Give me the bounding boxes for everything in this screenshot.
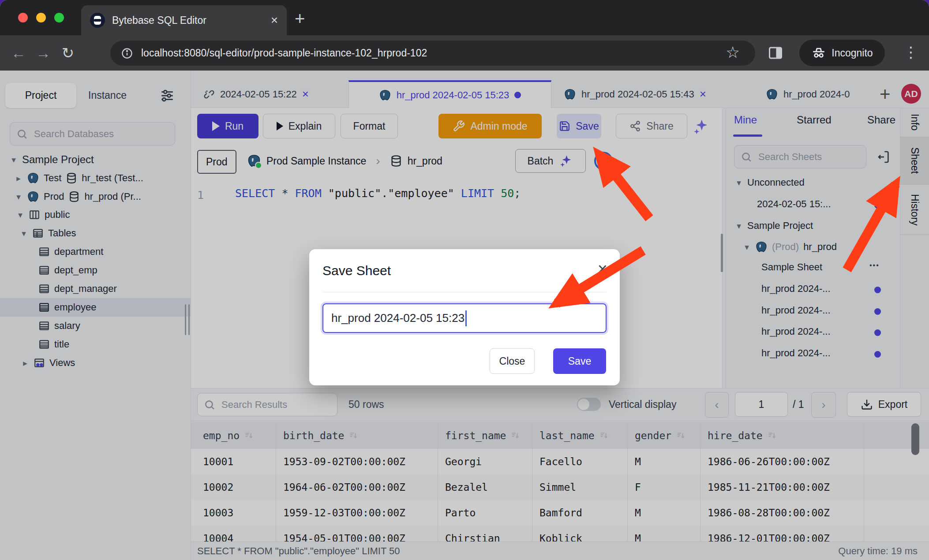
dialog-divider: [322, 292, 607, 292]
browser-url-bar: ← → ↻ localhost:8080/sql-editor/prod-sam…: [0, 35, 929, 71]
dialog-save-button[interactable]: Save: [553, 348, 606, 374]
incognito-badge: Incognito: [799, 40, 885, 66]
browser-menu-icon[interactable]: ⋮: [903, 43, 918, 61]
dialog-title: Save Sheet: [322, 263, 391, 278]
back-icon[interactable]: ←: [6, 45, 31, 62]
forward-icon[interactable]: →: [31, 45, 56, 62]
bookmark-star-icon[interactable]: ☆: [726, 43, 740, 62]
address-field[interactable]: localhost:8080/sql-editor/prod-sample-in…: [110, 41, 755, 66]
browser-tab-close-icon[interactable]: ×: [271, 13, 278, 27]
dialog-close-icon[interactable]: ×: [598, 260, 607, 279]
browser-tab[interactable]: Bytebase SQL Editor ×: [81, 5, 287, 35]
side-panel-icon[interactable]: [768, 45, 783, 61]
bytebase-favicon: [90, 13, 105, 28]
sheet-name-input[interactable]: hr_prod 2024-02-05 15:23: [322, 303, 607, 333]
page-content: Project Instance ▾ Sample Project ▸: [0, 71, 929, 560]
traffic-close-button[interactable]: [18, 13, 28, 22]
dialog-close-button[interactable]: Close: [490, 348, 535, 374]
browser-tab-bar: Bytebase SQL Editor × +: [0, 0, 929, 35]
url-text: localhost:8080/sql-editor/prod-sample-in…: [141, 47, 427, 59]
incognito-icon: [811, 45, 826, 60]
site-info-icon[interactable]: [121, 47, 133, 60]
incognito-label: Incognito: [832, 47, 873, 59]
traffic-minimize-button[interactable]: [36, 13, 46, 22]
save-sheet-dialog: Save Sheet × hr_prod 2024-02-05 15:23 Cl…: [309, 249, 620, 385]
browser-tab-title: Bytebase SQL Editor: [112, 15, 206, 26]
text-cursor: [465, 310, 467, 326]
app-window: Bytebase SQL Editor × + ← → ↻ localhost:…: [0, 0, 929, 560]
reload-icon[interactable]: ↻: [56, 44, 80, 62]
new-browser-tab-button[interactable]: +: [295, 10, 305, 27]
traffic-zoom-button[interactable]: [54, 13, 64, 22]
